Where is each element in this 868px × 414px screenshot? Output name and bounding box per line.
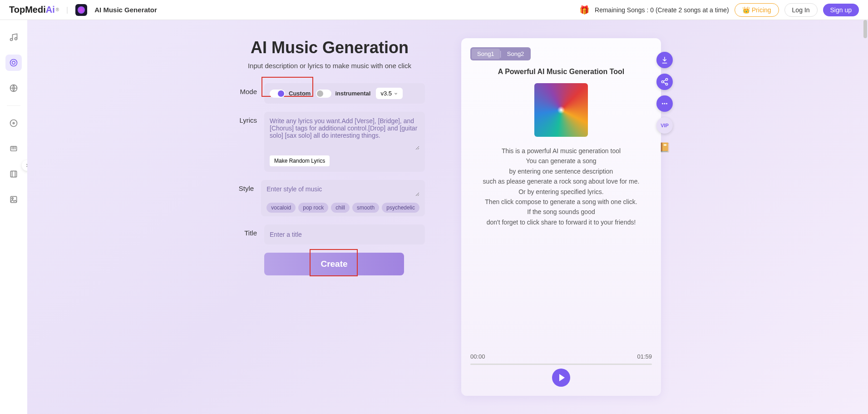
share-button[interactable] — [656, 74, 673, 90]
style-tag[interactable]: psychedelic — [382, 203, 419, 213]
play-button[interactable] — [552, 369, 570, 387]
title-input[interactable] — [264, 224, 425, 244]
tab-song1[interactable]: Song1 — [472, 49, 500, 59]
svg-point-14 — [662, 103, 663, 105]
app-icon — [75, 4, 87, 16]
svg-point-3 — [12, 61, 15, 65]
lyrics-box: Make Random Lyrics — [264, 112, 425, 172]
sidebar-item-library[interactable] — [5, 166, 22, 182]
header-right: 🎁 Remaining Songs : 0 (Create 2 songs at… — [579, 3, 859, 17]
instrumental-toggle-switch[interactable] — [316, 90, 331, 98]
svg-point-0 — [10, 39, 13, 41]
book-icon: 📔 — [659, 142, 671, 153]
style-tags: vocaloid pop rock chill smooth psychedel… — [266, 203, 419, 213]
chevron-down-icon — [394, 91, 398, 96]
app-name: AI Music Generator — [94, 6, 157, 14]
header-left: TopMediAi® | AI Music Generator — [9, 4, 157, 16]
style-box: vocaloid pop rock chill smooth psychedel… — [261, 180, 425, 216]
sidebar-item-image[interactable] — [5, 191, 22, 208]
sidebar-separator — [7, 105, 20, 106]
title-label: Title — [234, 224, 257, 237]
pricing-button[interactable]: 👑 Pricing — [735, 3, 779, 17]
logo-text-main: TopMedi — [9, 5, 46, 15]
signup-button[interactable]: Sign up — [823, 4, 859, 16]
crown-icon: 👑 — [742, 6, 750, 14]
logo[interactable]: TopMediAi® — [9, 5, 59, 15]
preview-description: This is a powerful AI music generation t… — [470, 146, 652, 227]
sidebar-item-generate[interactable] — [5, 55, 22, 71]
svg-point-11 — [666, 79, 668, 81]
main-area: AI Music Generation Input description or… — [27, 20, 868, 414]
album-art — [534, 83, 588, 137]
share-icon — [661, 78, 669, 86]
sidebar-item-disc[interactable] — [5, 115, 22, 131]
page-title: AI Music Generation — [251, 38, 409, 57]
sidebar-item-music[interactable] — [5, 29, 22, 45]
scrollbar[interactable] — [863, 20, 867, 38]
mode-label: Mode — [234, 83, 257, 95]
sidebar — [0, 20, 27, 414]
custom-toggle[interactable]: Custom — [270, 90, 311, 98]
svg-point-13 — [666, 83, 668, 85]
sidebar-item-globe[interactable] — [5, 80, 22, 96]
svg-point-10 — [12, 198, 13, 199]
more-icon — [661, 100, 669, 108]
svg-point-12 — [661, 81, 664, 83]
more-button[interactable] — [656, 95, 673, 112]
time-current: 00:00 — [470, 353, 485, 360]
form-panel: AI Music Generation Input description or… — [234, 38, 425, 396]
remaining-songs: Remaining Songs : 0 (Create 2 songs at a… — [595, 6, 729, 14]
divider: | — [66, 6, 68, 14]
create-button[interactable]: Create — [264, 253, 404, 275]
style-tag[interactable]: pop rock — [298, 203, 328, 213]
style-label: Style — [234, 180, 254, 192]
preview-title: A Powerful AI Music Generation Tool — [470, 68, 652, 76]
page-subtitle: Input description or lyrics to make musi… — [248, 62, 411, 70]
svg-rect-9 — [10, 196, 16, 202]
mode-controls: Custom instrumental v3.5 — [264, 83, 425, 104]
svg-rect-8 — [10, 171, 16, 177]
play-icon — [559, 374, 565, 381]
svg-point-1 — [15, 38, 17, 40]
time-total: 01:59 — [637, 353, 652, 360]
svg-point-15 — [664, 103, 666, 105]
book-button[interactable]: 📔 — [656, 139, 673, 155]
logo-reg: ® — [56, 7, 59, 12]
sidebar-item-piano[interactable] — [5, 140, 22, 157]
style-tag[interactable]: chill — [331, 203, 350, 213]
lyrics-label: Lyrics — [234, 112, 257, 124]
make-random-lyrics-button[interactable]: Make Random Lyrics — [270, 155, 330, 166]
download-icon — [661, 56, 669, 64]
lyrics-input[interactable] — [270, 117, 419, 150]
style-input[interactable] — [266, 185, 419, 196]
preview-side-buttons: VIP 📔 — [656, 52, 673, 155]
svg-point-6 — [13, 122, 14, 124]
song-tabs: Song1 | Song2 — [470, 47, 531, 60]
svg-point-2 — [10, 60, 17, 66]
logo-text-ai: Ai — [46, 5, 55, 15]
progress-bar[interactable] — [470, 364, 652, 365]
gift-icon[interactable]: 🎁 — [579, 5, 589, 15]
preview-panel: Song1 | Song2 A Powerful AI Music Genera… — [461, 38, 661, 396]
custom-toggle-switch[interactable] — [270, 90, 285, 98]
player: 00:00 01:59 — [470, 344, 652, 387]
style-tag[interactable]: vocaloid — [266, 203, 296, 213]
header: TopMediAi® | AI Music Generator 🎁 Remain… — [0, 0, 868, 20]
download-button[interactable] — [656, 52, 673, 68]
vip-button[interactable]: VIP — [656, 117, 673, 134]
version-select[interactable]: v3.5 — [376, 88, 403, 99]
instrumental-toggle[interactable]: instrumental — [316, 90, 370, 98]
svg-point-16 — [666, 103, 667, 105]
tab-song2[interactable]: Song2 — [502, 49, 530, 59]
svg-point-5 — [10, 120, 17, 127]
login-button[interactable]: Log In — [784, 3, 818, 17]
style-tag[interactable]: smooth — [352, 203, 379, 213]
